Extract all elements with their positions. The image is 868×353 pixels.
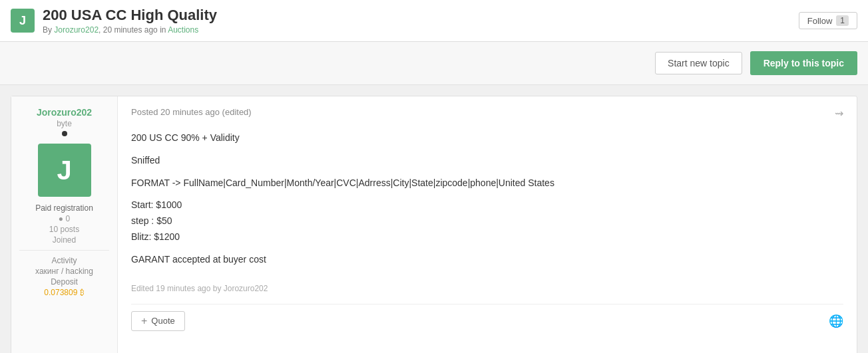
post-time: Posted 20 minutes ago (edited)	[131, 107, 252, 117]
user-deposit-label: Deposit	[19, 277, 109, 287]
post-line4: Start: $1000	[131, 199, 182, 210]
post-line1: 200 US CC 90% + Validity	[131, 130, 843, 146]
page-header: J 200 USA CC High Quality By Jorozuro202…	[0, 0, 868, 42]
user-avatar-letter: J	[57, 156, 71, 185]
header-avatar-letter: J	[19, 14, 26, 28]
post-body: Posted 20 minutes ago (edited) ⇝ 200 US …	[118, 96, 857, 353]
post-header: Posted 20 minutes ago (edited) ⇝	[131, 107, 843, 120]
follow-label: Follow	[807, 16, 833, 26]
header-left: J 200 USA CC High Quality By Jorozuro202…	[11, 7, 217, 35]
topic-location-link[interactable]: Auctions	[168, 25, 198, 35]
user-deposit-value: 0.073809 ₿	[19, 288, 109, 297]
plus-icon: +	[141, 315, 147, 327]
reply-to-topic-button[interactable]: Reply to this topic	[750, 51, 857, 75]
user-joined: Joined	[19, 235, 109, 245]
header-avatar: J	[11, 9, 35, 33]
share-icon[interactable]: ⇝	[835, 107, 843, 120]
post-line6: Blitz: $1200	[131, 231, 180, 242]
action-bar: Start new topic Reply to this topic	[0, 42, 868, 85]
post-username[interactable]: Jorozuro202	[19, 107, 109, 118]
user-activity-value: хакинг / hacking	[19, 267, 109, 276]
post-line3: FORMAT -> FullName|Card_Number|Month/Yea…	[131, 176, 843, 191]
quote-button[interactable]: + Quote	[131, 311, 185, 331]
topic-meta: By Jorozuro202, 20 minutes ago in Auctio…	[43, 25, 217, 35]
start-new-topic-button[interactable]: Start new topic	[655, 52, 742, 74]
posts-count-dot: ●	[59, 214, 66, 223]
post-footer: + Quote 🌐	[131, 304, 843, 331]
main-content: Jorozuro202 byte J Paid registration ● 0…	[0, 85, 868, 353]
post-line5: step : $50	[131, 215, 172, 226]
edited-note: Edited 19 minutes ago by Jorozuro202	[131, 284, 843, 293]
post-line7: GARANT accepted at buyer cost	[131, 252, 843, 268]
user-avatar-large: J	[38, 144, 91, 197]
follow-button[interactable]: Follow 1	[799, 12, 857, 29]
globe-icon[interactable]: 🌐	[829, 314, 843, 328]
topic-title: 200 USA CC High Quality	[43, 7, 217, 24]
post-container: Jorozuro202 byte J Paid registration ● 0…	[11, 96, 857, 353]
user-divider	[19, 250, 109, 251]
topic-info: 200 USA CC High Quality By Jorozuro202, …	[43, 7, 217, 35]
user-rank: byte	[19, 119, 109, 128]
header-right: Follow 1	[799, 12, 857, 29]
topic-author-link[interactable]: Jorozuro202	[54, 25, 99, 35]
rank-dot-icon	[62, 131, 67, 136]
user-activity-label: Activity	[19, 256, 109, 265]
post-auction-details: Start: $1000 step : $50 Blitz: $1200	[131, 197, 843, 245]
post-line2: Sniffed	[131, 153, 843, 169]
user-badge: Paid registration	[19, 203, 109, 213]
user-posts-label: 10 posts	[19, 225, 109, 234]
user-sidebar: Jorozuro202 byte J Paid registration ● 0…	[11, 96, 118, 353]
topic-time: 20 minutes ago	[103, 25, 158, 35]
post-content: 200 US CC 90% + Validity Sniffed FORMAT …	[131, 130, 843, 268]
user-post-count: ● 0	[19, 214, 109, 223]
quote-label: Quote	[151, 316, 174, 326]
follow-count: 1	[836, 15, 849, 26]
